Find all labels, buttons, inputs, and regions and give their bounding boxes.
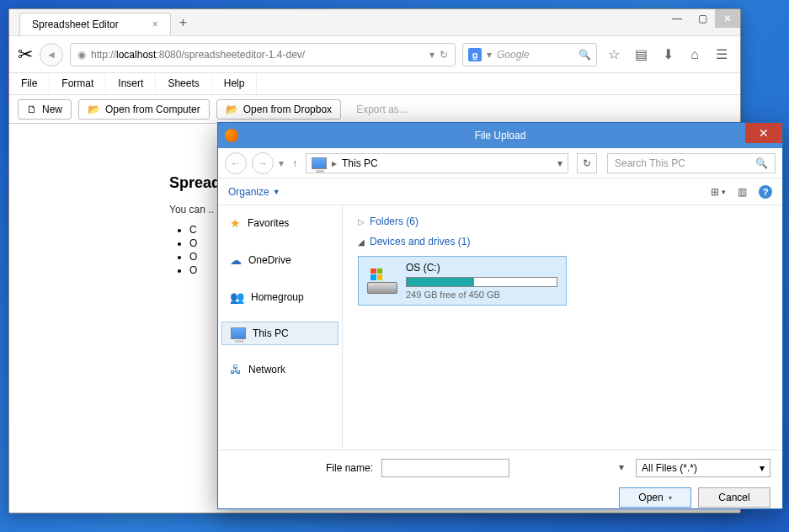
back-button[interactable]: ◄: [40, 43, 63, 66]
folders-group-header[interactable]: ▷Folders (6): [358, 215, 767, 227]
search-placeholder: Search This PC: [615, 157, 685, 169]
new-button[interactable]: 🗋New: [18, 99, 72, 120]
help-icon[interactable]: ?: [759, 185, 772, 199]
tab-close-icon[interactable]: ×: [152, 19, 158, 30]
file-list-pane: ▷Folders (6) ◢Devices and drives (1) OS …: [343, 205, 782, 450]
view-options-button[interactable]: ⊞▾: [711, 186, 726, 198]
dialog-body: ★Favorites ☁OneDrive 👥Homegroup This PC …: [218, 205, 782, 450]
chevron-down-icon: ▼: [273, 188, 280, 196]
file-upload-dialog: File Upload ✕ ← → ▾ ↑ ▸ This PC ▾ ↻ Sear…: [217, 122, 783, 509]
file-type-filter[interactable]: All Files (*.*)▾: [636, 459, 770, 477]
document-icon: 🗋: [27, 104, 37, 115]
menu-sheets[interactable]: Sheets: [156, 73, 211, 94]
filename-input[interactable]: [381, 459, 509, 477]
nav-back-button[interactable]: ←: [225, 152, 247, 174]
star-icon: ★: [230, 216, 241, 230]
open-dropbox-button[interactable]: 📂Open from Dropbox: [216, 99, 341, 120]
chevron-right-icon[interactable]: ▸: [332, 157, 337, 169]
menu-file[interactable]: File: [9, 73, 50, 94]
drive-os-c[interactable]: OS (C:) 249 GB free of 450 GB: [358, 256, 567, 306]
firefox-icon: [225, 129, 238, 142]
globe-icon: ◉: [77, 49, 86, 61]
folder-icon: 📂: [226, 104, 238, 115]
breadcrumb-bar[interactable]: ▸ This PC ▾: [306, 153, 568, 173]
minimize-button[interactable]: —: [664, 9, 690, 28]
cancel-button[interactable]: Cancel: [698, 487, 770, 508]
tree-favorites[interactable]: ★Favorites: [218, 210, 342, 236]
dialog-search-input[interactable]: Search This PC 🔍: [607, 153, 776, 173]
open-computer-button[interactable]: 📂Open from Computer: [78, 99, 210, 120]
dialog-close-button[interactable]: ✕: [745, 123, 782, 143]
folder-icon: 📂: [88, 104, 100, 115]
browser-tab[interactable]: Spreadsheet Editor ×: [19, 13, 171, 35]
drive-free-text: 249 GB free of 450 GB: [406, 290, 557, 300]
dialog-titlebar[interactable]: File Upload ✕: [218, 123, 782, 148]
cloud-icon: ☁: [230, 253, 242, 267]
drive-name: OS (C:): [406, 262, 557, 274]
nav-tree: ★Favorites ☁OneDrive 👥Homegroup This PC …: [218, 205, 343, 450]
search-icon: 🔍: [755, 157, 768, 169]
recent-dropdown-icon[interactable]: ▾: [279, 157, 284, 169]
window-controls: — ▢ ✕: [664, 9, 740, 28]
download-icon[interactable]: ⬇: [658, 46, 678, 62]
export-button[interactable]: Export as...: [348, 100, 416, 119]
drive-icon: [367, 269, 397, 294]
triangle-right-icon: ▷: [358, 217, 365, 226]
menu-icon[interactable]: ☰: [712, 46, 732, 62]
chevron-down-icon[interactable]: ▾: [557, 157, 562, 169]
breadcrumb-thispc[interactable]: This PC: [342, 157, 378, 169]
nav-up-button[interactable]: ↑: [289, 157, 301, 169]
homegroup-icon: 👥: [230, 290, 244, 304]
chevron-down-icon: ▾: [760, 462, 765, 474]
toolbar: 🗋New 📂Open from Computer 📂Open from Drop…: [9, 95, 740, 124]
organize-button[interactable]: Organize▼: [228, 186, 280, 198]
preview-pane-button[interactable]: ▥: [738, 186, 747, 198]
tree-thispc[interactable]: This PC: [221, 322, 339, 345]
url-text: http://localhost:8080/spreadsheeteditor-…: [91, 49, 424, 61]
network-icon: 🖧: [230, 363, 242, 376]
tab-bar: Spreadsheet Editor × +: [9, 9, 740, 36]
devices-group-header[interactable]: ◢Devices and drives (1): [358, 236, 767, 247]
tree-network[interactable]: 🖧Network: [218, 357, 342, 382]
dialog-nav: ← → ▾ ↑ ▸ This PC ▾ ↻ Search This PC 🔍: [218, 148, 782, 178]
maximize-button[interactable]: ▢: [690, 9, 715, 28]
tab-title: Spreadsheet Editor: [32, 19, 119, 30]
drive-usage-bar: [406, 277, 557, 287]
refresh-button[interactable]: ↻: [577, 153, 597, 173]
address-bar[interactable]: ◉ http://localhost:8080/spreadsheetedito…: [70, 43, 456, 66]
google-badge-icon: g: [468, 48, 482, 61]
dialog-footer: File name: ▾ All Files (*.*)▾ Open Cance…: [218, 450, 782, 516]
search-icon[interactable]: 🔍: [578, 49, 591, 61]
nav-bar: ✂ ◄ ◉ http://localhost:8080/spreadsheete…: [9, 36, 740, 73]
menu-help[interactable]: Help: [212, 73, 258, 94]
menu-bar: File Format Insert Sheets Help: [9, 73, 740, 95]
scissors-icon[interactable]: ✂: [18, 44, 33, 66]
new-tab-button[interactable]: +: [171, 10, 195, 35]
open-button[interactable]: Open: [619, 487, 691, 508]
pc-icon: [231, 327, 246, 339]
menu-insert[interactable]: Insert: [106, 73, 156, 94]
nav-forward-button[interactable]: →: [252, 152, 274, 174]
triangle-down-icon: ◢: [358, 237, 365, 247]
chevron-down-icon[interactable]: ▾: [619, 461, 624, 473]
dialog-toolbar: Organize▼ ⊞▾ ▥ ?: [218, 178, 782, 205]
library-icon[interactable]: ▤: [631, 46, 651, 62]
bookmark-icon[interactable]: ☆: [604, 46, 624, 62]
reload-icon[interactable]: ↻: [440, 49, 448, 61]
dialog-title: File Upload: [475, 130, 526, 141]
tree-onedrive[interactable]: ☁OneDrive: [218, 247, 342, 273]
pc-icon: [312, 157, 327, 169]
home-icon[interactable]: ⌂: [685, 47, 705, 62]
close-button[interactable]: ✕: [715, 9, 740, 28]
search-placeholder: Google: [497, 49, 530, 61]
tree-homegroup[interactable]: 👥Homegroup: [218, 285, 342, 310]
menu-format[interactable]: Format: [50, 73, 106, 94]
filename-label: File name:: [230, 462, 373, 474]
search-box[interactable]: g ▾ Google 🔍: [462, 43, 597, 66]
dropdown-icon[interactable]: ▾: [429, 49, 434, 61]
